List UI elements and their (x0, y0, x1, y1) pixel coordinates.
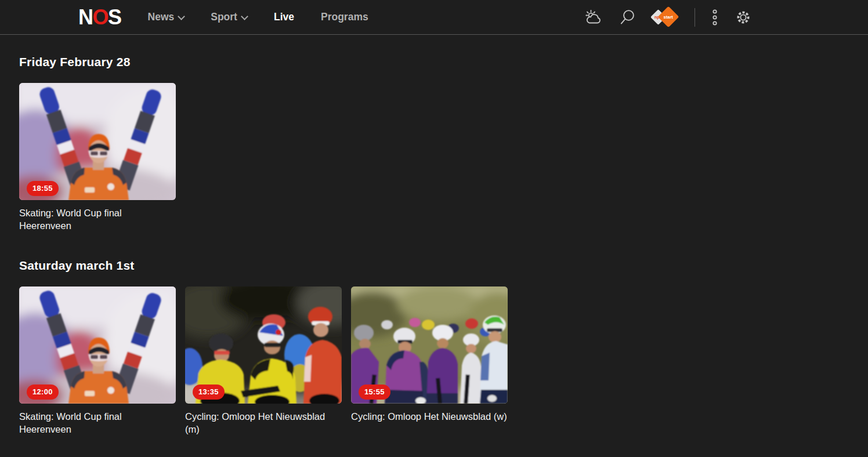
broadcast-title[interactable]: Cycling: Omloop Het Nieuwsblad (w) (351, 410, 508, 423)
top-nav: NOS News Sport Live Programs (0, 0, 868, 35)
broadcast-title[interactable]: Cycling: Omloop Het Nieuwsblad(m) (185, 410, 342, 436)
chevron-down-icon (178, 13, 185, 20)
gear-icon (735, 9, 752, 26)
nav-item-sport[interactable]: Sport (211, 11, 247, 23)
nos-logo[interactable]: NOS (78, 7, 121, 28)
broadcast-title[interactable]: Skating: World Cup finalHeerenveen (19, 410, 176, 436)
nav-item-label: Sport (211, 11, 237, 23)
nav-item-programs[interactable]: Programs (321, 11, 368, 23)
weather-button[interactable] (585, 9, 603, 26)
chevron-down-icon (241, 13, 248, 20)
card-grid: 18:55Skating: World Cup finalHeerenveen (19, 83, 868, 232)
card-grid: 12:00Skating: World Cup finalHeerenveen … (19, 286, 868, 436)
broadcast-card[interactable]: 15:55Cycling: Omloop Het Nieuwsblad (w) (351, 286, 508, 436)
broadcast-card[interactable]: 18:55Skating: World Cup finalHeerenveen (19, 83, 176, 232)
nav-item-label: News (148, 11, 175, 23)
broadcast-thumbnail[interactable]: 18:55 (19, 83, 176, 200)
live-guide: Friday February 28 18:55Skating: World C… (0, 35, 868, 436)
broadcast-card[interactable]: 13:35Cycling: Omloop Het Nieuwsblad(m) (185, 286, 342, 436)
nav-item-label: Programs (321, 11, 368, 23)
nav-item-news[interactable]: News (148, 11, 185, 23)
main-nav: News Sport Live Programs (148, 11, 368, 23)
nav-item-live[interactable]: Live (274, 11, 294, 23)
day-heading: Friday February 28 (19, 55, 868, 69)
time-badge: 15:55 (359, 385, 390, 400)
time-badge: 18:55 (27, 181, 59, 196)
search-button[interactable] (619, 9, 636, 26)
day-heading: Saturday march 1st (19, 259, 868, 273)
divider (695, 8, 695, 27)
settings-button[interactable] (735, 9, 752, 26)
npo-start-logo[interactable]: npo start (652, 6, 679, 28)
day-section: Saturday march 1st 12:00Skating: World C… (19, 259, 868, 436)
day-section: Friday February 28 18:55Skating: World C… (19, 55, 868, 232)
time-badge: 13:35 (193, 385, 225, 400)
nav-item-label: Live (274, 11, 294, 23)
time-badge: 12:00 (27, 385, 59, 400)
broadcast-thumbnail[interactable]: 15:55 (351, 286, 508, 404)
more-menu-button[interactable] (711, 8, 719, 27)
npo-start-diamond: start (658, 6, 679, 27)
header-tools: npo start (585, 6, 752, 28)
weather-icon (585, 9, 603, 26)
broadcast-thumbnail[interactable]: 13:35 (185, 286, 342, 404)
search-icon (619, 9, 636, 26)
kebab-menu-icon (711, 8, 719, 27)
broadcast-thumbnail[interactable]: 12:00 (19, 286, 176, 404)
broadcast-title[interactable]: Skating: World Cup finalHeerenveen (19, 206, 176, 232)
broadcast-card[interactable]: 12:00Skating: World Cup finalHeerenveen (19, 286, 176, 436)
